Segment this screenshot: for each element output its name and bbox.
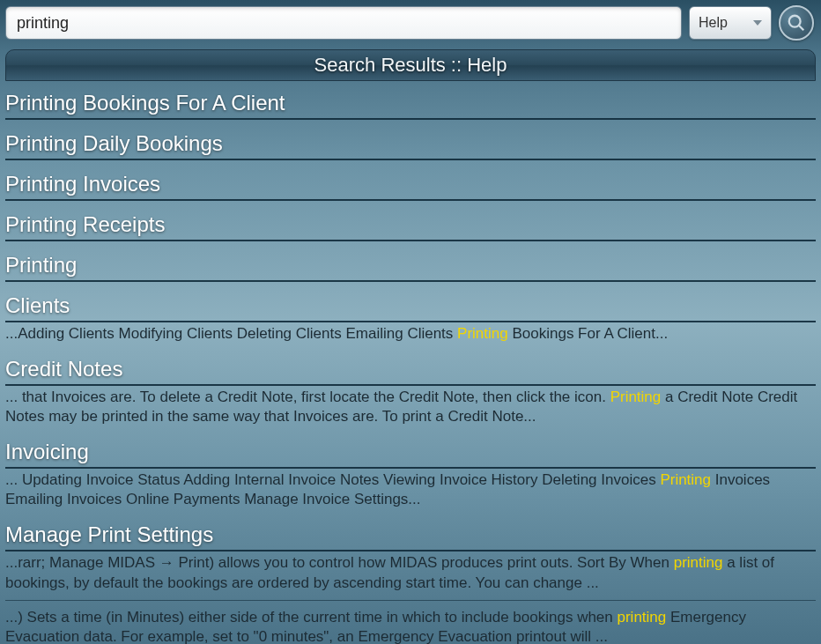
search-result-snippet: ...Adding Clients Modifying Clients Dele… — [5, 322, 816, 345]
search-result-title[interactable]: Manage Print Settings — [5, 522, 816, 548]
search-result-title[interactable]: Printing Invoices — [5, 171, 816, 197]
search-scope-label: Help — [699, 15, 728, 31]
search-result: Printing Daily Bookings — [5, 125, 816, 166]
search-result-snippet: ... that Invoices are. To delete a Credi… — [5, 386, 816, 428]
search-input[interactable] — [5, 6, 682, 40]
search-result-title[interactable]: Printing Daily Bookings — [5, 130, 816, 157]
divider — [5, 240, 816, 241]
divider — [5, 118, 816, 120]
search-bar: Help — [0, 0, 821, 49]
highlight-term: Printing — [457, 325, 508, 342]
divider — [5, 280, 816, 282]
svg-line-1 — [799, 26, 804, 31]
search-result: Credit Notes... that Invoices are. To de… — [5, 351, 816, 433]
divider — [5, 159, 816, 160]
svg-point-0 — [789, 16, 801, 27]
search-scope-dropdown[interactable]: Help — [689, 6, 772, 40]
divider — [5, 550, 816, 551]
highlight-term: Printing — [660, 471, 711, 488]
highlight-term: printing — [674, 554, 723, 571]
search-result-snippet: ...) Sets a time (in Minutes) either sid… — [5, 606, 816, 644]
highlight-term: Printing — [610, 389, 662, 405]
divider — [5, 467, 816, 469]
search-icon — [787, 13, 806, 33]
search-result: Printing — [5, 247, 816, 287]
search-result-title[interactable]: Printing — [5, 252, 816, 278]
divider — [5, 321, 816, 322]
search-result-title[interactable]: Printing Receipts — [5, 211, 816, 238]
search-button[interactable] — [779, 5, 814, 41]
divider — [5, 600, 816, 601]
divider — [5, 384, 816, 386]
search-result: Manage Print Settings...rarr; Manage MID… — [5, 516, 816, 644]
search-result: Printing Receipts — [5, 206, 816, 247]
search-result: Clients...Adding Clients Modifying Clien… — [5, 287, 816, 351]
search-results-list: Printing Bookings For A ClientPrinting D… — [0, 81, 821, 644]
search-result-title[interactable]: Clients — [5, 292, 816, 319]
search-result: Invoicing... Updating Invoice Status Add… — [5, 433, 816, 516]
search-result: Printing Invoices — [5, 166, 816, 206]
highlight-term: printing — [618, 609, 667, 625]
search-result-snippet: ...rarr; Manage MIDAS → Print) allows yo… — [5, 551, 816, 594]
search-result-title[interactable]: Printing Bookings For A Client — [5, 90, 816, 116]
search-result-snippet: ... Updating Invoice Status Adding Inter… — [5, 469, 816, 511]
search-result-title[interactable]: Credit Notes — [5, 356, 816, 382]
chevron-down-icon — [753, 20, 762, 26]
page-title-bar: Search Results :: Help — [5, 49, 816, 81]
divider — [5, 199, 816, 201]
search-result-title[interactable]: Invoicing — [5, 439, 816, 465]
search-result: Printing Bookings For A Client — [5, 85, 816, 125]
page-title: Search Results :: Help — [314, 54, 507, 77]
